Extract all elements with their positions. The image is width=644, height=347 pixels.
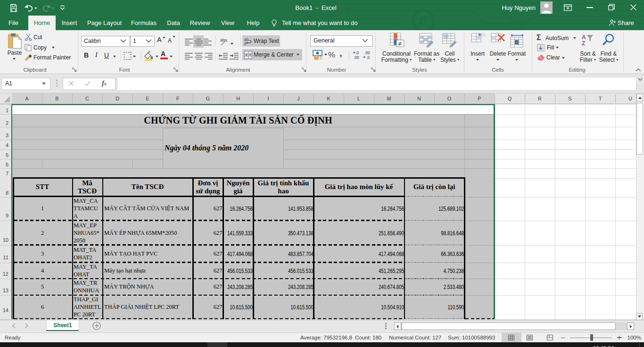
svg-text:A: A	[582, 34, 586, 41]
svg-text:.0: .0	[355, 50, 359, 55]
svg-text:≠: ≠	[398, 40, 402, 47]
svg-text:.00: .00	[354, 55, 359, 60]
svg-text:Z: Z	[582, 40, 585, 46]
svg-text:ab: ab	[220, 38, 225, 42]
svg-text:c: c	[244, 41, 247, 46]
